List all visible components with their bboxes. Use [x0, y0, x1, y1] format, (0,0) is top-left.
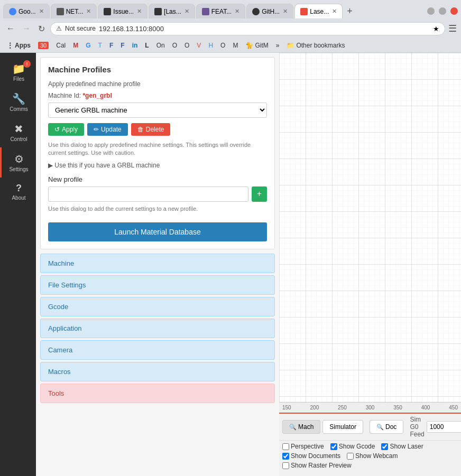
tab-las[interactable]: [Las... ✕	[149, 4, 195, 18]
bookmark-gitm[interactable]: 🐈 GitM	[243, 41, 271, 50]
bookmark-o1[interactable]: O	[170, 41, 180, 50]
about-icon: ?	[16, 183, 22, 194]
tab-favicon-github	[252, 8, 260, 15]
tab-close-net[interactable]: ✕	[86, 8, 91, 15]
sim-go-input[interactable]	[427, 421, 461, 433]
bookmark-30[interactable]: 30	[35, 41, 51, 50]
tab-close-google[interactable]: ✕	[39, 8, 44, 15]
show-laser-checkbox-label[interactable]: Show Laser	[381, 443, 423, 450]
bookmark-v[interactable]: V	[194, 41, 204, 50]
grid-panel: 150 200 250 300 350 400 450 🔍 Mach Simul…	[279, 53, 461, 476]
show-webcam-checkbox[interactable]	[347, 453, 354, 460]
tab-feat[interactable]: FEAT... ✕	[196, 4, 245, 18]
delete-button[interactable]: 🗑 Delete	[131, 123, 171, 136]
bookmark-m[interactable]: M	[70, 41, 81, 50]
ruler-bottom: 150 200 250 300 350 400 450	[279, 402, 461, 413]
bookmark-in[interactable]: in	[130, 41, 141, 50]
machine-profile-select[interactable]: Generic GRBL machine	[48, 102, 267, 118]
tab-favicon-las	[154, 8, 162, 15]
show-raster-checkbox-label[interactable]: Show Raster Preview	[282, 462, 352, 469]
back-button[interactable]: ←	[4, 23, 17, 34]
add-profile-button[interactable]: +	[252, 186, 267, 202]
section-machine[interactable]: Machine	[40, 254, 275, 273]
sidebar-item-settings[interactable]: ⚙ Settings	[0, 147, 36, 178]
simulator-tab-button[interactable]: Simulator	[322, 420, 363, 434]
tab-close-las[interactable]: ✕	[185, 8, 189, 15]
close-button[interactable]	[450, 7, 458, 15]
show-gcode-checkbox[interactable]	[330, 443, 337, 450]
tab-close-github[interactable]: ✕	[283, 8, 288, 15]
reload-button[interactable]: ↻	[36, 23, 47, 35]
machine-profiles-card: Machine Profiles Apply predefined machin…	[40, 57, 275, 249]
bookmark-o2[interactable]: O	[182, 41, 192, 50]
bookmark-f1[interactable]: F	[107, 41, 116, 50]
apply-button[interactable]: ↺ Apply	[48, 123, 84, 136]
bookmark-m2[interactable]: M	[230, 41, 241, 50]
bookmark-other[interactable]: 📁 Other bookmarks	[284, 41, 347, 50]
tab-close-laser[interactable]: ✕	[332, 8, 337, 15]
tab-label-feat: FEAT...	[211, 8, 232, 15]
update-button[interactable]: ✏ Update	[87, 123, 128, 136]
tab-close-issue[interactable]: ✕	[137, 8, 142, 15]
bottom-bar: 🔍 Mach Simulator 🔍 Doc Sim G0 Feed mm/mi…	[279, 413, 461, 476]
new-tab-button[interactable]: +	[344, 6, 356, 17]
perspective-checkbox-label[interactable]: Perspective	[282, 443, 324, 450]
sidebar-item-comms[interactable]: 🔧 Comms	[0, 87, 36, 117]
sidebar-item-about[interactable]: ? About	[0, 178, 36, 206]
folder-icon: 📁	[287, 42, 294, 49]
minimize-button[interactable]	[427, 7, 435, 15]
tab-label-issue: Issue...	[113, 8, 134, 15]
address-url: 192.168.13.110:8000	[99, 25, 164, 33]
section-application[interactable]: Application	[40, 319, 275, 338]
extensions-button[interactable]: ☰	[448, 23, 457, 34]
bookmark-h[interactable]: H	[206, 41, 216, 50]
show-laser-checkbox[interactable]	[381, 443, 388, 450]
section-file-settings[interactable]: File Settings	[40, 275, 275, 295]
tab-laser-active[interactable]: Lase... ✕	[294, 4, 343, 18]
new-profile-section: New profile + Use this dialog to add the…	[48, 175, 267, 213]
tab-github[interactable]: GitH... ✕	[246, 4, 293, 18]
control-icon: ✖	[14, 123, 23, 135]
sidebar-item-files[interactable]: ! 📁 Files	[0, 57, 36, 87]
machine-id-value: *gen_grbl	[82, 92, 112, 99]
perspective-checkbox[interactable]	[282, 443, 289, 450]
maximize-button[interactable]	[439, 7, 446, 15]
bookmark-f2[interactable]: F	[118, 41, 127, 50]
bookmark-l[interactable]: L	[142, 41, 151, 50]
browser-chrome: Goo... ✕ NET... ✕ Issue... ✕ [Las... ✕ F…	[0, 0, 461, 53]
show-documents-checkbox-label[interactable]: Show Documents	[282, 452, 340, 460]
mach-tab-button[interactable]: 🔍 Mach	[282, 420, 320, 434]
doc-tab-button[interactable]: 🔍 Doc	[370, 420, 403, 434]
bookmark-o3[interactable]: O	[218, 41, 228, 50]
tab-issue[interactable]: Issue... ✕	[98, 4, 147, 18]
search-icon-doc: 🔍	[376, 424, 384, 431]
tab-google[interactable]: Goo... ✕	[3, 4, 50, 18]
show-documents-checkbox[interactable]	[282, 453, 289, 460]
bookmark-apps[interactable]: ⋮ Apps	[4, 41, 33, 50]
github-bm-icon: 🐈	[245, 42, 253, 49]
comms-icon: 🔧	[12, 92, 25, 105]
tab-close-feat[interactable]: ✕	[235, 8, 239, 15]
bookmark-on[interactable]: On	[154, 41, 168, 50]
section-macros[interactable]: Macros	[40, 362, 275, 381]
section-list: Machine File Settings Gcode Application …	[36, 254, 279, 409]
new-profile-input[interactable]	[48, 186, 248, 202]
section-gcode[interactable]: Gcode	[40, 297, 275, 316]
section-camera[interactable]: Camera	[40, 340, 275, 360]
show-raster-checkbox[interactable]	[282, 462, 289, 469]
section-tools[interactable]: Tools	[40, 384, 275, 403]
star-icon[interactable]: ★	[433, 25, 439, 33]
tab-net[interactable]: NET... ✕	[51, 4, 97, 18]
bookmark-cal[interactable]: Cal	[53, 41, 68, 50]
forward-button[interactable]: →	[20, 23, 33, 34]
launch-material-database-button[interactable]: Launch Material Database	[48, 222, 267, 241]
address-bar[interactable]: ⚠ Not secure 192.168.13.110:8000 ★	[50, 22, 445, 35]
sidebar-item-control[interactable]: ✖ Control	[0, 117, 36, 147]
address-bar-row: ← → ↻ ⚠ Not secure 192.168.13.110:8000 ★…	[0, 19, 461, 38]
bookmark-more[interactable]: »	[273, 41, 282, 50]
show-webcam-checkbox-label[interactable]: Show Webcam	[347, 452, 398, 460]
show-gcode-checkbox-label[interactable]: Show Gcode	[330, 443, 375, 450]
bookmark-t[interactable]: T	[96, 41, 105, 50]
ruler-mark-450: 450	[449, 405, 458, 410]
bookmark-g[interactable]: G	[83, 41, 93, 50]
